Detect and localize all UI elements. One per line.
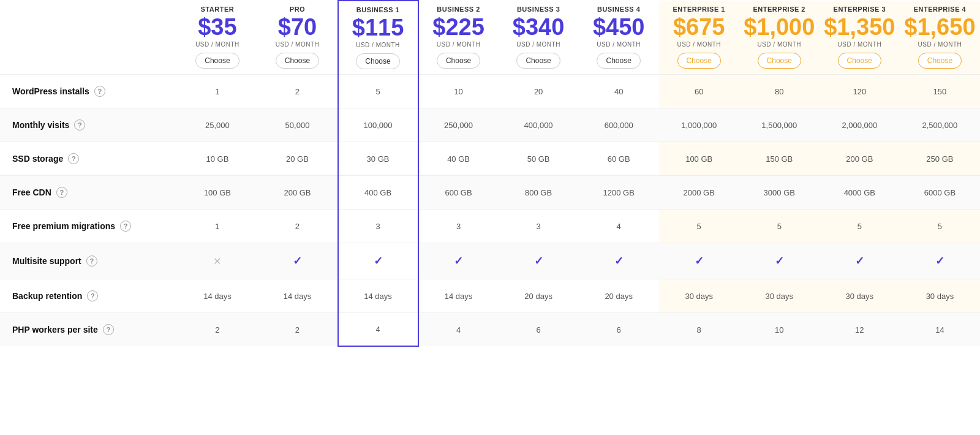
plan-price-pro: $70 — [260, 15, 334, 39]
feature-cell-ssd-storage-enterprise4: 250 GB — [900, 142, 980, 176]
help-icon-monthly-visits[interactable]: ? — [74, 119, 85, 130]
choose-btn-starter[interactable]: Choose — [195, 53, 239, 69]
feature-cell-php-workers-enterprise3: 12 — [820, 313, 900, 347]
feature-text-free-migrations: Free premium migrations — [12, 221, 115, 231]
checkmark-multisite-support-enterprise1: ✓ — [695, 255, 704, 267]
value-free-cdn-business4: 1200 GB — [603, 188, 635, 197]
value-php-workers-enterprise3: 12 — [855, 325, 864, 335]
feature-cell-wp-installs-business2: 10 — [418, 75, 499, 108]
value-backup-retention-enterprise1: 30 days — [685, 292, 713, 301]
help-icon-backup-retention[interactable]: ? — [87, 290, 98, 301]
feature-cell-multisite-support-enterprise4: ✓ — [900, 243, 980, 279]
plan-header-business1: BUSINESS 1 $115 USD / MONTH Choose — [338, 1, 418, 75]
feature-cell-php-workers-business4: 6 — [579, 313, 659, 347]
choose-btn-enterprise4[interactable]: Choose — [918, 53, 962, 69]
choose-btn-enterprise1[interactable]: Choose — [677, 53, 721, 69]
plan-price-enterprise2: $1,000 — [742, 15, 817, 39]
feature-cell-backup-retention-enterprise2: 30 days — [739, 279, 820, 313]
value-php-workers-business2: 4 — [456, 325, 461, 335]
feature-row-free-cdn: Free CDN ? 100 GB200 GB400 GB600 GB800 G… — [0, 176, 980, 210]
plan-name-enterprise4: ENTERPRISE 4 — [902, 6, 978, 13]
feature-label-free-cdn: Free CDN ? — [0, 176, 177, 210]
feature-cell-wp-installs-starter: 1 — [177, 75, 257, 108]
choose-btn-enterprise2[interactable]: Choose — [758, 53, 801, 69]
checkmark-multisite-support-pro: ✓ — [293, 255, 302, 267]
feature-cell-backup-retention-business1: 14 days — [338, 279, 418, 313]
value-wp-installs-pro: 2 — [295, 87, 300, 96]
choose-btn-business4[interactable]: Choose — [597, 53, 640, 69]
feature-cell-backup-retention-enterprise3: 30 days — [820, 279, 900, 313]
value-backup-retention-business4: 20 days — [605, 292, 633, 301]
value-php-workers-enterprise1: 8 — [697, 325, 701, 335]
plan-header-enterprise2: ENTERPRISE 2 $1,000 USD / MONTH Choose — [739, 1, 820, 75]
plan-name-starter: STARTER — [179, 6, 255, 13]
feature-cell-free-migrations-enterprise1: 5 — [659, 210, 739, 243]
value-wp-installs-enterprise4: 150 — [933, 87, 947, 96]
feature-cell-backup-retention-business2: 14 days — [418, 279, 499, 313]
choose-btn-enterprise3[interactable]: Choose — [838, 53, 881, 69]
help-icon-php-workers[interactable]: ? — [103, 324, 114, 335]
help-icon-multisite-support[interactable]: ? — [86, 255, 97, 267]
feature-cell-free-cdn-business1: 400 GB — [338, 176, 418, 210]
checkmark-multisite-support-business2: ✓ — [454, 255, 463, 267]
feature-cell-multisite-support-pro: ✓ — [257, 243, 337, 279]
feature-cell-multisite-support-business1: ✓ — [338, 243, 418, 279]
value-php-workers-enterprise4: 14 — [935, 325, 944, 335]
value-free-migrations-enterprise4: 5 — [938, 222, 942, 231]
value-backup-retention-pro: 14 days — [284, 292, 312, 301]
value-backup-retention-starter: 14 days — [203, 292, 232, 301]
plan-name-business2: BUSINESS 2 — [421, 6, 496, 13]
feature-label-multisite-support: Multisite support ? — [0, 243, 177, 279]
feature-cell-backup-retention-enterprise4: 30 days — [900, 279, 980, 313]
help-icon-wp-installs[interactable]: ? — [94, 86, 105, 97]
pricing-table: STARTER $35 USD / MONTH Choose PRO $70 U… — [0, 0, 980, 347]
plan-unit-business3: USD / MONTH — [501, 41, 576, 48]
feature-cell-ssd-storage-enterprise3: 200 GB — [820, 142, 900, 176]
value-monthly-visits-business2: 250,000 — [444, 121, 473, 130]
feature-cell-monthly-visits-business4: 600,000 — [579, 108, 659, 142]
value-free-cdn-enterprise3: 4000 GB — [844, 188, 875, 197]
choose-btn-business3[interactable]: Choose — [516, 53, 560, 69]
feature-cell-backup-retention-business3: 20 days — [499, 279, 579, 313]
feature-text-backup-retention: Backup retention — [12, 291, 82, 301]
plan-unit-enterprise1: USD / MONTH — [662, 41, 737, 48]
plan-unit-enterprise2: USD / MONTH — [742, 41, 817, 48]
value-ssd-storage-pro: 20 GB — [286, 154, 309, 164]
help-icon-free-migrations[interactable]: ? — [120, 221, 131, 232]
choose-btn-pro[interactable]: Choose — [276, 53, 319, 69]
value-free-migrations-enterprise2: 5 — [777, 222, 782, 231]
plan-header-pro: PRO $70 USD / MONTH Choose — [257, 1, 337, 75]
value-php-workers-business1: 4 — [375, 325, 380, 334]
feature-cell-multisite-support-business2: ✓ — [418, 243, 499, 279]
choose-btn-business1[interactable]: Choose — [356, 53, 399, 69]
plan-header-starter: STARTER $35 USD / MONTH Choose — [177, 1, 257, 75]
feature-cell-php-workers-starter: 2 — [177, 313, 257, 347]
value-free-migrations-business1: 3 — [375, 222, 380, 231]
checkmark-multisite-support-business4: ✓ — [614, 255, 624, 267]
value-wp-installs-business2: 10 — [454, 87, 462, 96]
choose-btn-business2[interactable]: Choose — [437, 53, 480, 69]
feature-cell-wp-installs-enterprise4: 150 — [900, 75, 980, 108]
value-php-workers-business3: 6 — [537, 325, 541, 335]
feature-cell-multisite-support-starter: ✕ — [177, 243, 257, 279]
feature-cell-free-cdn-business3: 800 GB — [499, 176, 579, 210]
help-icon-ssd-storage[interactable]: ? — [68, 153, 79, 164]
value-free-cdn-starter: 100 GB — [204, 188, 231, 197]
checkmark-multisite-support-enterprise3: ✓ — [855, 255, 864, 267]
feature-text-free-cdn: Free CDN — [12, 187, 51, 197]
feature-cell-free-cdn-business2: 600 GB — [418, 176, 499, 210]
feature-row-wp-installs: WordPress installs ? 1251020406080120150 — [0, 75, 980, 108]
plan-name-business3: BUSINESS 3 — [501, 6, 576, 13]
value-ssd-storage-business2: 40 GB — [447, 154, 470, 164]
feature-cell-wp-installs-pro: 2 — [257, 75, 337, 108]
feature-cell-ssd-storage-business3: 50 GB — [499, 142, 579, 176]
value-monthly-visits-pro: 50,000 — [285, 121, 310, 130]
feature-cell-wp-installs-enterprise3: 120 — [820, 75, 900, 108]
value-backup-retention-business2: 14 days — [445, 292, 473, 301]
feature-cell-ssd-storage-business1: 30 GB — [338, 142, 418, 176]
value-wp-installs-enterprise3: 120 — [853, 87, 866, 96]
help-icon-free-cdn[interactable]: ? — [56, 187, 67, 198]
feature-row-free-migrations: Free premium migrations ? 1233345555 — [0, 210, 980, 243]
feature-cell-free-cdn-enterprise4: 6000 GB — [900, 176, 980, 210]
plan-name-business4: BUSINESS 4 — [581, 6, 657, 13]
